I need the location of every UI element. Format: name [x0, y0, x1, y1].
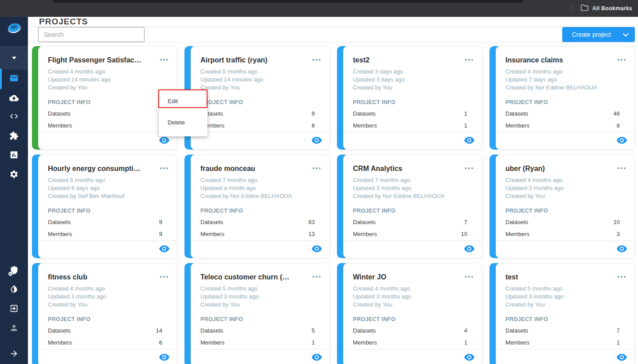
datasets-value: 5 [312, 327, 315, 334]
page-title: PROJECTS [39, 17, 88, 27]
view-project-button[interactable] [159, 245, 169, 254]
view-project-button[interactable] [159, 137, 169, 145]
project-title: Hourly energy consumpti… [48, 165, 141, 173]
members-value: 1 [464, 122, 467, 129]
create-project-button[interactable]: Create project [562, 27, 635, 42]
folder-icon [581, 4, 588, 13]
sidebar-item-settings[interactable] [0, 170, 28, 180]
project-title: Airport traffic (ryan) [200, 56, 267, 64]
view-project-button[interactable] [159, 354, 169, 362]
view-project-button[interactable] [464, 354, 474, 362]
eye-icon [464, 245, 474, 254]
created-date: Created 4 months ago [353, 285, 473, 293]
project-card[interactable]: Insurance claims Created 4 months ago Up… [489, 46, 635, 150]
project-info-label: PROJECT INFO [191, 208, 329, 214]
sidebar-item-security[interactable]: e [0, 266, 28, 276]
mail-icon [9, 74, 19, 85]
sidebar-item-reports[interactable] [0, 150, 28, 161]
project-title: Winter JO [353, 273, 386, 281]
datasets-row: Datasets 10 [496, 219, 634, 225]
created-by: Created by You [505, 192, 626, 200]
sidebar: e [0, 17, 28, 364]
person-icon [9, 323, 19, 334]
sidebar-item-profile[interactable] [0, 323, 28, 334]
project-info-label: PROJECT INFO [191, 99, 329, 105]
members-row: Members 9 [39, 231, 177, 237]
more-options-button[interactable] [313, 165, 321, 171]
members-row: Members 1 [191, 339, 329, 346]
datasets-value: 1 [464, 110, 467, 117]
context-menu-item-edit[interactable]: Edit [159, 90, 207, 112]
members-label: Members [48, 339, 72, 346]
project-card[interactable]: Flight Passenger Satisfac… Created 4 mon… [32, 46, 177, 150]
more-options-button[interactable] [160, 56, 168, 62]
datasets-label: Datasets [48, 219, 70, 225]
page-header: PROJECTS [28, 17, 638, 27]
project-card[interactable]: fraude monceau Created 7 months ago Upda… [184, 155, 330, 258]
sidebar-item-projects[interactable] [0, 74, 28, 84]
view-project-button[interactable] [312, 245, 322, 254]
datasets-row: Datasets 63 [191, 219, 329, 225]
members-label: Members [200, 231, 224, 237]
datasets-row: Datasets 4 [344, 327, 482, 334]
more-options-button[interactable] [618, 273, 626, 279]
datasets-value: 4 [464, 327, 467, 334]
eye-icon [312, 354, 322, 362]
sidebar-item-theme[interactable] [0, 284, 28, 295]
view-project-button[interactable] [464, 137, 474, 145]
more-options-button[interactable] [160, 165, 168, 171]
more-dots-icon [160, 167, 162, 169]
project-card[interactable]: test2 Created 3 days ago Updated 3 days … [337, 46, 482, 150]
more-options-button[interactable] [465, 56, 473, 62]
project-card[interactable]: Teleco customer churn (… Created 5 month… [184, 263, 330, 364]
project-info-label: PROJECT INFO [344, 208, 482, 214]
updated-date: Updated 3 months ago [505, 184, 626, 192]
members-value: 3 [617, 231, 620, 237]
eye-icon [464, 354, 474, 362]
project-info-label: PROJECT INFO [496, 316, 634, 322]
view-project-button[interactable] [312, 354, 322, 362]
more-options-button[interactable] [160, 273, 168, 279]
created-by: Created by You [200, 301, 321, 309]
created-by: Created by You [505, 301, 626, 309]
view-project-button[interactable] [617, 137, 627, 145]
project-card[interactable]: uber (Ryan) Created 4 months ago Updated… [489, 155, 635, 258]
project-card[interactable]: Hourly energy consumpti… Created 5 month… [32, 155, 177, 258]
more-options-button[interactable] [465, 273, 473, 279]
members-row: Members 1 [496, 339, 634, 346]
created-date: Created 5 months ago [48, 176, 168, 184]
datasets-row: Datasets 14 [39, 327, 177, 334]
sidebar-item-code[interactable] [0, 112, 28, 122]
project-card[interactable]: Winter JO Created 4 months ago Updated 3… [337, 263, 482, 364]
sidebar-item-extensions[interactable] [0, 131, 28, 142]
more-options-button[interactable] [313, 56, 321, 62]
members-value: 6 [159, 339, 162, 346]
created-date: Created 7 months ago [353, 176, 473, 184]
eye-icon [464, 137, 474, 145]
eye-icon [159, 354, 169, 362]
more-options-button[interactable] [465, 165, 473, 171]
datasets-label: Datasets [48, 110, 70, 117]
created-by: Created by Seif Ben Makhlouf [48, 192, 168, 200]
sidebar-collapse-toggle[interactable] [0, 349, 28, 360]
view-project-button[interactable] [617, 354, 627, 362]
view-project-button[interactable] [312, 137, 322, 145]
search-input[interactable] [38, 27, 145, 42]
view-project-button[interactable] [464, 245, 474, 254]
more-options-button[interactable] [618, 56, 626, 62]
members-row: Members 6 [191, 122, 329, 129]
project-card[interactable]: CRM Analytics Created 7 months ago Updat… [337, 155, 482, 258]
context-menu-item-delete[interactable]: Delete [159, 112, 207, 133]
sidebar-item-logout[interactable] [0, 304, 28, 314]
updated-date: Updated 3 months ago [353, 293, 473, 301]
created-by: Created by You [48, 84, 168, 92]
more-options-button[interactable] [313, 273, 321, 279]
view-project-button[interactable] [617, 245, 627, 254]
more-options-button[interactable] [618, 165, 626, 171]
sidebar-item-upload[interactable] [0, 93, 28, 104]
sidebar-dropdown[interactable] [0, 46, 28, 70]
app-logo[interactable] [0, 21, 28, 35]
bookmarks-bar-item[interactable]: All Bookmarks [571, 0, 632, 17]
project-card[interactable]: test Created 5 months ago Updated 3 mont… [489, 263, 635, 364]
project-card[interactable]: fitness club Created 4 months ago Update… [32, 263, 177, 364]
